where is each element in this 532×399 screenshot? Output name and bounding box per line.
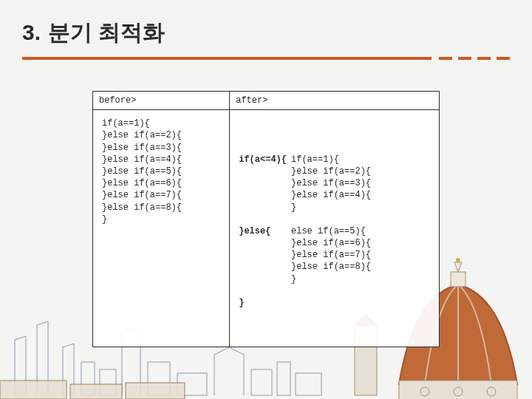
- slide-title: 3. 분기 최적화: [22, 18, 510, 48]
- title-text: 분기 최적화: [48, 18, 165, 48]
- before-code-cell: if(a==1){ }else if(a==2){ }else if(a==3)…: [93, 110, 230, 347]
- table-header-after: after>: [230, 92, 440, 110]
- svg-rect-9: [70, 384, 122, 399]
- svg-rect-10: [126, 383, 185, 399]
- code-comparison-table: before> after> if(a==1){ }else if(a==2){…: [92, 91, 440, 347]
- title-underline: [22, 52, 510, 64]
- svg-rect-8: [0, 381, 66, 399]
- table-header-before: before>: [93, 92, 230, 110]
- after-code-cell: if(a<=4){ }else{ } if(a==1){ }else if(a=…: [230, 110, 440, 347]
- title-number: 3.: [22, 20, 41, 45]
